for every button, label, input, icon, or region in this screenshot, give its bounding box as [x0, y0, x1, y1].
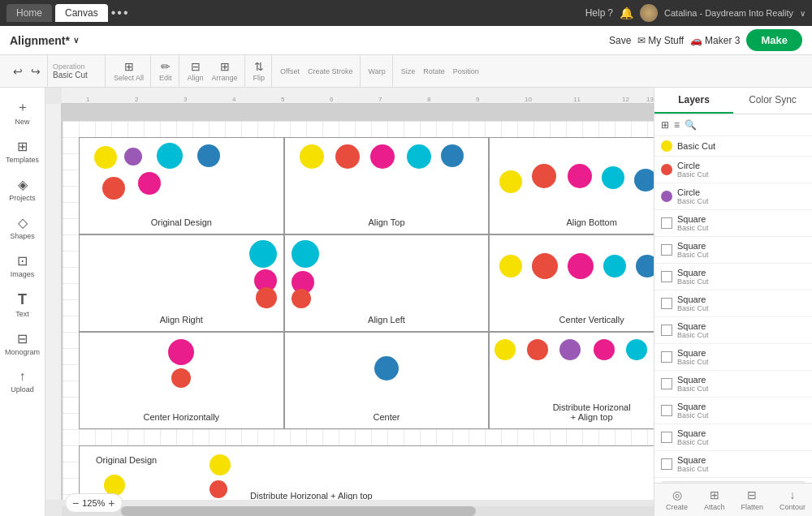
- layer-item[interactable]: Square Basic Cut: [654, 371, 812, 398]
- layer-item[interactable]: Square Basic Cut: [654, 451, 812, 478]
- undo-button[interactable]: ↩: [10, 63, 26, 80]
- more-options[interactable]: •••: [111, 6, 130, 20]
- flip-group: ⇅ Flip: [247, 55, 273, 87]
- zoom-out-button[interactable]: −: [72, 497, 79, 510]
- circle: [249, 240, 277, 268]
- zoom-in-button[interactable]: +: [108, 497, 114, 510]
- layers-tool-icons: ⊞ ≡ 🔍: [661, 119, 697, 131]
- save-button[interactable]: Save: [609, 35, 631, 46]
- canvas-scroll[interactable]: Original Design Align Top: [62, 104, 654, 500]
- size-group: Size Rotate Position: [395, 55, 486, 87]
- circle: [527, 339, 548, 360]
- redo-button[interactable]: ↪: [28, 63, 44, 80]
- contour-icon: ↓: [790, 488, 796, 501]
- layer-item[interactable]: Square Basic Cut: [654, 344, 812, 371]
- layer-item[interactable]: Square Basic Cut: [654, 290, 812, 317]
- help-button[interactable]: Help ?: [585, 7, 613, 19]
- layer-search[interactable]: 🔍: [685, 119, 697, 131]
- maker3-button[interactable]: 🚗 Maker 3: [690, 35, 740, 46]
- layer-item[interactable]: Square Basic Cut: [654, 210, 812, 237]
- layer-square-icon: [661, 432, 672, 443]
- layers-list: Basic Cut Circle Basic Cut Circle Basic …: [654, 136, 812, 483]
- attach-label: Attach: [704, 503, 725, 511]
- align-box-label: Original Design: [80, 217, 283, 227]
- project-caret-icon[interactable]: ∨: [73, 36, 79, 45]
- position-button[interactable]: Position: [450, 66, 482, 77]
- layer-action-2[interactable]: ≡: [674, 119, 680, 131]
- create-stroke-button[interactable]: Create Stroke: [304, 66, 356, 77]
- canvas-document: Original Design Align Top: [62, 120, 654, 500]
- canvas-area[interactable]: 1 2 3 4 5 6 7 8 9 10 11 12 13: [45, 88, 654, 516]
- layer-color-dot: [661, 191, 672, 202]
- layer-item[interactable]: Circle Basic Cut: [654, 183, 812, 210]
- layer-item[interactable]: Square Basic Cut: [654, 237, 812, 264]
- layer-action-1[interactable]: ⊞: [661, 119, 669, 131]
- layer-item[interactable]: Circle Basic Cut: [654, 157, 812, 183]
- flip-button[interactable]: ⇅ Flip: [250, 58, 269, 84]
- arrange-button[interactable]: ⊞ Arrange: [209, 58, 241, 84]
- offset-label: Offset: [280, 67, 300, 75]
- help-icon: ?: [607, 7, 613, 19]
- align-box-label: Align Left: [285, 315, 489, 325]
- circle: [256, 287, 277, 308]
- bottom-tab-contour[interactable]: ↓ Contour: [775, 487, 810, 513]
- layer-item[interactable]: Square Basic Cut: [654, 264, 812, 290]
- layer-sub: Basic Cut: [677, 277, 709, 286]
- select-all-button[interactable]: ⊞ Select All: [110, 58, 147, 84]
- sidebar-item-images[interactable]: ⊡ Images: [0, 248, 45, 283]
- sidebar-item-templates[interactable]: ⊞ Templates: [0, 134, 45, 169]
- rotate-button[interactable]: Rotate: [420, 66, 448, 77]
- tab-color-sync[interactable]: Color Sync: [733, 88, 812, 114]
- sidebar-item-new[interactable]: ＋ New: [0, 94, 45, 131]
- operation-control[interactable]: Operation Basic Cut: [53, 62, 102, 80]
- offset-button[interactable]: Offset: [277, 66, 303, 77]
- layer-sub: Basic Cut: [677, 465, 709, 473]
- circle: [209, 480, 227, 498]
- circles-original: [80, 138, 283, 209]
- bottom-tab-attach[interactable]: ⊞ Attach: [699, 487, 730, 513]
- warp-group: Warp: [362, 55, 393, 87]
- zoom-control: − 125% +: [65, 493, 123, 513]
- notification-icon[interactable]: 🔔: [620, 6, 633, 19]
- user-caret-icon[interactable]: ∨: [800, 9, 806, 18]
- make-button[interactable]: Make: [746, 29, 802, 51]
- home-tab[interactable]: Home: [6, 4, 52, 22]
- size-button[interactable]: Size: [398, 66, 419, 77]
- upload-label: Upload: [11, 385, 34, 393]
- edit-button[interactable]: ✏ Edit: [156, 58, 175, 84]
- bottom-tab-create[interactable]: ◎ Create: [661, 487, 693, 513]
- align-button[interactable]: ⊟ Align: [184, 58, 207, 84]
- horizontal-scrollbar[interactable]: [62, 506, 654, 516]
- canvas-tab[interactable]: Canvas: [55, 4, 108, 22]
- scrollbar-thumb[interactable]: [121, 506, 476, 516]
- monogram-icon: ⊟: [17, 331, 28, 346]
- my-stuff-button[interactable]: ✉ My Stuff: [637, 35, 684, 46]
- layer-item[interactable]: Square Basic Cut: [654, 317, 812, 344]
- bottom-tab-flatten[interactable]: ⊟ Flatten: [736, 487, 769, 513]
- shapes-label: Shapes: [10, 232, 35, 240]
- circle: [594, 339, 615, 360]
- tab-layers[interactable]: Layers: [654, 88, 733, 114]
- circles-align-top: [285, 138, 489, 209]
- layer-item[interactable]: Basic Cut: [654, 136, 812, 157]
- circle: [124, 148, 142, 166]
- layer-text: Basic Cut: [677, 141, 715, 151]
- sidebar-item-text[interactable]: T Text: [0, 286, 45, 323]
- align-label: Align: [188, 74, 204, 82]
- circle: [634, 169, 654, 191]
- sidebar-item-shapes[interactable]: ◇ Shapes: [0, 210, 45, 245]
- align-box-distribute-h: Distribute Horizonal + Align top: [489, 332, 654, 429]
- layer-square-icon: [661, 298, 672, 309]
- sidebar-item-monogram[interactable]: ⊟ Monogram: [0, 326, 45, 361]
- upload-icon: ↑: [19, 369, 26, 384]
- layer-item[interactable]: Square Basic Cut: [654, 398, 812, 424]
- align-box-label: Align Right: [80, 315, 283, 325]
- shapes-icon: ◇: [18, 215, 28, 230]
- align-box-top: Align Top: [284, 137, 490, 234]
- sidebar-item-projects[interactable]: ◈ Projects: [0, 172, 45, 207]
- projects-icon: ◈: [18, 177, 28, 192]
- size-label: Size: [401, 67, 416, 75]
- warp-button[interactable]: Warp: [365, 66, 389, 77]
- layer-item[interactable]: Square Basic Cut: [654, 424, 812, 451]
- sidebar-item-upload[interactable]: ↑ Upload: [0, 364, 45, 398]
